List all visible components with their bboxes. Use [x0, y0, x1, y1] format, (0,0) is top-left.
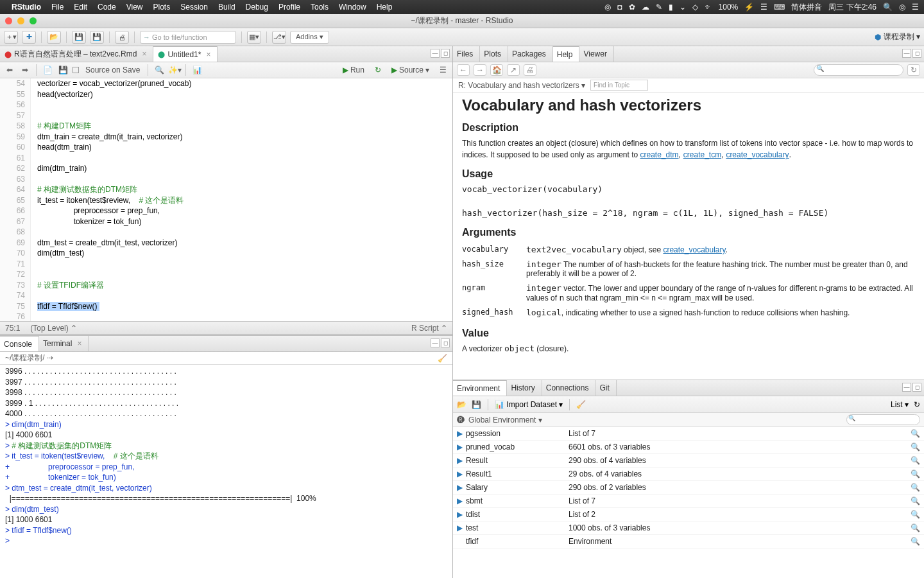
env-view-mode[interactable]: List ▾ [891, 400, 909, 409]
save-workspace-icon[interactable]: 💾 [472, 400, 481, 409]
new-project-button[interactable]: ✚ [22, 31, 36, 44]
tab-plots[interactable]: Plots [480, 46, 508, 62]
env-item[interactable]: ▶Result129 obs. of 4 variables🔍 [453, 468, 924, 481]
statusbar-item[interactable]: ▮ [669, 3, 673, 12]
inspect-icon[interactable]: 🔍 [911, 456, 920, 465]
maximize-pane-icon[interactable]: ◻ [441, 338, 450, 347]
menu-code[interactable]: Code [98, 3, 116, 12]
tab-packages[interactable]: Packages [508, 46, 553, 62]
save-icon[interactable]: 💾 [57, 64, 69, 76]
tab-environment[interactable]: Environment [453, 380, 507, 396]
menu-build[interactable]: Build [218, 3, 235, 12]
close-tab-icon[interactable]: × [77, 339, 81, 348]
inspect-icon[interactable]: 🔍 [911, 483, 920, 492]
inspect-icon[interactable]: 🔍 [911, 510, 920, 519]
env-item[interactable]: tfidfEnvironment🔍 [453, 535, 924, 548]
statusbar-item[interactable]: ◘ [617, 3, 622, 12]
minimize-pane-icon[interactable]: — [902, 49, 911, 58]
open-file-button[interactable]: 📂 [47, 31, 61, 44]
env-item[interactable]: ▶test1000 obs. of 3 variables🔍 [453, 521, 924, 535]
env-item[interactable]: ▶pruned_vocab6601 obs. of 3 variables🔍 [453, 441, 924, 454]
refresh-env-icon[interactable]: ↻ [914, 400, 920, 409]
find-in-topic-input[interactable]: Find in Topic [590, 80, 648, 91]
expand-icon[interactable]: ▶ [457, 429, 466, 438]
close-tab-icon[interactable]: × [142, 49, 146, 58]
statusbar-item[interactable]: ⚡ [744, 3, 754, 12]
back-icon[interactable]: ⬅ [4, 64, 15, 76]
print-button[interactable]: 🖨 [115, 31, 129, 44]
help-search-input[interactable] [814, 64, 903, 76]
inspect-icon[interactable]: 🔍 [911, 442, 920, 451]
minimize-pane-icon[interactable]: — [431, 338, 440, 347]
env-item[interactable]: ▶tdistList of 2🔍 [453, 508, 924, 521]
expand-icon[interactable]: ▶ [457, 510, 466, 519]
help-content[interactable]: Vocabulary and hash vectorizers Descript… [453, 92, 924, 380]
working-dir[interactable]: ~/课程录制/ ⇢ [5, 353, 53, 363]
tab-files[interactable]: Files [453, 46, 480, 62]
traffic-lights[interactable] [5, 17, 37, 24]
help-home-icon[interactable]: 🏠 [490, 64, 503, 76]
minimize-pane-icon[interactable]: — [902, 383, 911, 392]
statusbar-item[interactable]: ✿ [629, 3, 635, 12]
source-button[interactable]: ▶Source ▾ [388, 64, 433, 76]
expand-icon[interactable]: ▶ [457, 523, 466, 532]
close-tab-icon[interactable]: × [206, 50, 210, 59]
expand-icon[interactable]: ▶ [457, 483, 466, 492]
show-doc-icon[interactable]: 📄 [42, 64, 53, 76]
link-create-tcm[interactable]: create_tcm [683, 150, 721, 159]
inspect-icon[interactable]: 🔍 [911, 523, 920, 532]
env-search-input[interactable] [846, 414, 920, 425]
menu-edit[interactable]: Edit [74, 3, 87, 12]
save-all-button[interactable]: 💾 [90, 31, 104, 44]
clear-console-icon[interactable]: 🧹 [438, 354, 447, 363]
maximize-pane-icon[interactable]: ◻ [912, 49, 921, 58]
expand-icon[interactable]: ▶ [457, 442, 466, 451]
outline-icon[interactable]: ☰ [437, 64, 449, 76]
menu-view[interactable]: View [126, 3, 143, 12]
statusbar-item[interactable]: 🔍 [883, 3, 893, 12]
statusbar-item[interactable]: ᯤ [705, 3, 712, 12]
inspect-icon[interactable]: 🔍 [911, 469, 920, 478]
statusbar-item[interactable]: ☰ [760, 3, 767, 12]
menu-profile[interactable]: Profile [278, 3, 300, 12]
expand-icon[interactable]: ▶ [457, 456, 466, 465]
menu-help[interactable]: Help [377, 3, 393, 12]
minimize-window-icon[interactable] [17, 17, 24, 24]
env-item[interactable]: ▶sbmtList of 7🔍 [453, 495, 924, 508]
env-scope[interactable]: Global Environment ▾ [468, 416, 542, 425]
statusbar-item[interactable]: ◎ [899, 3, 905, 12]
help-forward-icon[interactable]: → [474, 64, 486, 76]
menu-tools[interactable]: Tools [311, 3, 329, 12]
expand-icon[interactable]: ▶ [457, 469, 466, 478]
help-popout-icon[interactable]: ↗ [507, 64, 520, 76]
help-link[interactable]: create_vocabulary [663, 245, 725, 254]
find-icon[interactable]: 🔍 [153, 64, 165, 76]
tab-git[interactable]: Git [595, 380, 616, 396]
maximize-pane-icon[interactable]: ◻ [441, 49, 450, 58]
statusbar-item[interactable]: ☰ [912, 3, 919, 12]
source-on-save-checkbox[interactable] [73, 67, 79, 73]
statusbar-item[interactable]: ⌨ [774, 3, 785, 12]
run-button[interactable]: ▶Run [339, 64, 368, 76]
tab-rmd-file[interactable]: ⬤ R语言自然语言处理 – text2vec.Rmd × [0, 46, 153, 62]
tab-untitled[interactable]: ⬤ Untitled1* × [153, 46, 218, 62]
minimize-pane-icon[interactable]: — [431, 49, 440, 58]
tab-console[interactable]: Console [0, 335, 39, 351]
console-output[interactable]: 3996 . . . . . . . . . . . . . . . . . .… [0, 365, 452, 578]
save-button[interactable]: 💾 [72, 31, 86, 44]
menu-debug[interactable]: Debug [246, 3, 268, 12]
tab-terminal[interactable]: Terminal× [39, 336, 89, 351]
git-button[interactable]: ⎇▾ [272, 31, 286, 44]
code-editor[interactable]: 5455565758596061626364656667686970717273… [0, 78, 452, 321]
close-window-icon[interactable] [5, 17, 12, 24]
statusbar-item[interactable]: 周三 下午2:46 [828, 2, 877, 13]
rerun-icon[interactable]: ↻ [372, 64, 384, 76]
help-breadcrumb[interactable]: R: Vocabulary and hash vectorizers ▾ [458, 81, 585, 90]
statusbar-item[interactable]: 简体拼音 [791, 2, 822, 13]
menu-plots[interactable]: Plots [153, 3, 171, 12]
project-menu[interactable]: ⬢ 课程录制 ▾ [875, 31, 920, 42]
wand-icon[interactable]: ✨▾ [169, 64, 180, 76]
menu-file[interactable]: File [51, 3, 64, 12]
help-back-icon[interactable]: ← [457, 64, 470, 76]
tab-history[interactable]: History [507, 380, 542, 396]
